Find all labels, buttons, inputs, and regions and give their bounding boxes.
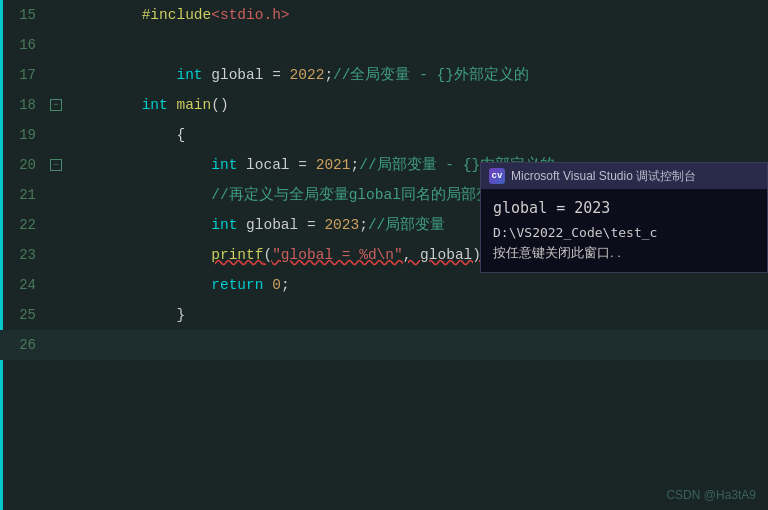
line-number-26: 26: [0, 337, 48, 353]
watermark: CSDN @Ha3tA9: [666, 488, 756, 502]
code-line-15: 15 #include<stdio.h>: [0, 0, 768, 30]
line-number-24: 24: [0, 277, 48, 293]
debug-content-area: global = 2023 D:\VS2022_Code\test_c 按任意键…: [481, 189, 767, 272]
line-number-15: 15: [0, 7, 48, 23]
debug-path: D:\VS2022_Code\test_c: [493, 225, 755, 240]
line-number-16: 16: [0, 37, 48, 53]
line-number-23: 23: [0, 247, 48, 263]
vs-icon: cv: [489, 168, 505, 184]
line-content-26: [64, 330, 768, 360]
line-number-18: 18: [0, 97, 48, 113]
line-number-21: 21: [0, 187, 48, 203]
debug-output: global = 2023: [493, 199, 755, 217]
gutter-20: −: [48, 159, 64, 171]
preprocessor: #include: [142, 7, 212, 23]
header: <stdio.h>: [211, 7, 289, 23]
code-line-25: 25 }: [0, 300, 768, 330]
debug-console: cv Microsoft Visual Studio 调试控制台 global …: [480, 162, 768, 273]
line-number-19: 19: [0, 127, 48, 143]
editor-container: 15 #include<stdio.h> 16 17 int global = …: [0, 0, 768, 510]
line-number-22: 22: [0, 217, 48, 233]
line-number-25: 25: [0, 307, 48, 323]
line-number-20: 20: [0, 157, 48, 173]
fold-20[interactable]: −: [50, 159, 62, 171]
fold-18[interactable]: −: [50, 99, 62, 111]
debug-message: 按任意键关闭此窗口. .: [493, 244, 755, 262]
debug-console-title: Microsoft Visual Studio 调试控制台: [511, 168, 696, 185]
gutter-18: −: [48, 99, 64, 111]
debug-title-bar: cv Microsoft Visual Studio 调试控制台: [481, 163, 767, 189]
code-line-26: 26: [0, 330, 768, 360]
line-number-17: 17: [0, 67, 48, 83]
